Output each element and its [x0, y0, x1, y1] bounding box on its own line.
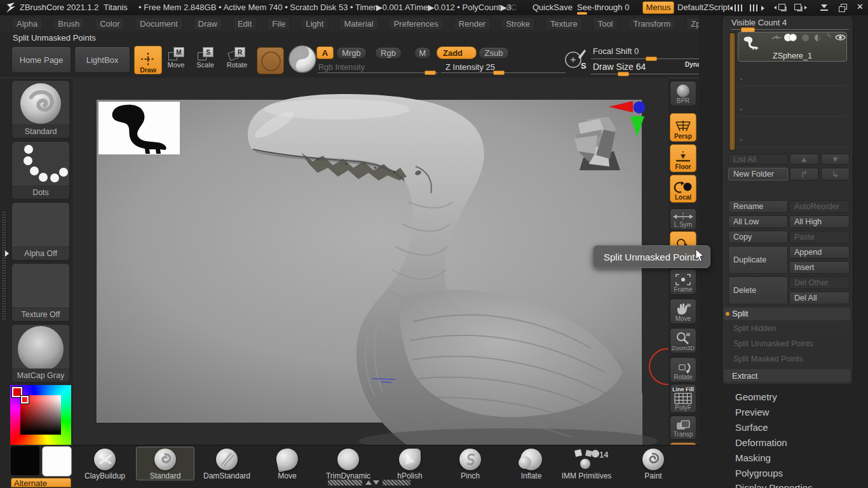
stroke-selector-dots[interactable]: Dots [11, 141, 70, 200]
expand-right-tray-icon[interactable] [750, 4, 765, 11]
alpha-selector[interactable]: Alpha Off [11, 202, 70, 261]
split-masked-points-button[interactable]: Split Masked Points [728, 353, 849, 365]
tray-brush-claybuildup[interactable]: ClayBuildup [76, 447, 134, 480]
new-folder-button[interactable]: New Folder [728, 168, 788, 180]
menu-light[interactable]: Light [301, 17, 329, 30]
subtool-up-button[interactable]: ▲ [790, 154, 818, 165]
move-mode-button[interactable]: M Move [163, 46, 189, 74]
subtool-row-dot[interactable] [740, 139, 742, 141]
material-selector-matcap-gray[interactable]: MatCap Gray [11, 324, 70, 383]
insert-button[interactable]: Insert [789, 261, 850, 274]
menus-button[interactable]: Menus [642, 1, 674, 14]
tray-scroll-up-icon[interactable] [365, 480, 372, 485]
menu-draw[interactable]: Draw [193, 17, 222, 30]
minimize-icon[interactable] [820, 4, 828, 11]
section-geometry[interactable]: Geometry [735, 391, 777, 402]
section-masking[interactable]: Masking [735, 452, 771, 463]
menu-brush[interactable]: Brush [53, 17, 85, 30]
menu-material[interactable]: Material [339, 17, 378, 30]
subtool-row-dot[interactable] [740, 109, 742, 111]
dock-right-icon[interactable] [793, 3, 807, 12]
paste-button[interactable]: Paste [789, 231, 850, 243]
frame-button[interactable]: Frame [670, 269, 696, 295]
collapse-left-tray-icon[interactable] [729, 4, 745, 11]
split-section-header[interactable]: Split [724, 308, 850, 320]
move-camera-button[interactable]: Move [670, 299, 696, 324]
menu-alpha[interactable]: Alpha [11, 17, 43, 30]
focal-shift-track[interactable] [591, 58, 699, 59]
tray-brush-imm-primitives[interactable]: 14 IMM Primitives [557, 447, 616, 480]
section-surface[interactable]: Surface [735, 422, 768, 433]
draw-mode-button[interactable]: Draw [134, 46, 162, 74]
floor-toggle[interactable]: Floor [670, 144, 696, 172]
mrgb-toggle[interactable]: Mrgb [336, 47, 367, 59]
color-picker[interactable] [10, 385, 71, 445]
split-unmasked-points-button[interactable]: Split Unmasked Points [728, 338, 849, 349]
see-through-slider-handle[interactable] [577, 12, 587, 15]
tray-brush-pinch[interactable]: Pinch [441, 447, 499, 480]
tray-brush-move[interactable]: Move [258, 447, 316, 480]
see-through-slider[interactable]: See-through 0 [577, 3, 629, 12]
copy-button[interactable]: Copy [728, 231, 788, 243]
subtool-flick-icon[interactable] [771, 35, 782, 41]
displacement-icon[interactable] [815, 34, 822, 41]
all-high-button[interactable]: All High [789, 215, 850, 228]
subtool-row-dot[interactable] [740, 78, 742, 80]
tray-brush-inflate[interactable]: Inflate [502, 447, 560, 480]
primary-color-swatch[interactable] [42, 446, 72, 477]
rgb-toggle[interactable]: Rgb [375, 47, 402, 59]
uv-icon[interactable] [802, 34, 809, 41]
zadd-toggle[interactable]: Zadd [437, 46, 477, 59]
delete-button[interactable]: Delete [728, 276, 788, 304]
menu-stroke[interactable]: Stroke [501, 17, 535, 30]
tray-brush-damstandard[interactable]: DamStandard [198, 447, 256, 480]
lightbox-button[interactable]: LightBox [74, 46, 130, 73]
visibility-eye-icon[interactable] [835, 34, 846, 41]
persp-toggle[interactable]: Persp [670, 113, 696, 142]
texture-selector[interactable]: Texture Off [11, 263, 70, 322]
menu-color[interactable]: Color [95, 17, 125, 30]
bpr-render-button[interactable]: BPR [670, 81, 696, 106]
subtool-item-active[interactable]: ✎ ZSphere_1 [738, 32, 847, 62]
default-zscript-button[interactable]: DefaultZScript [677, 3, 729, 12]
rename-button[interactable]: Rename [728, 200, 788, 213]
draw-size-track[interactable] [591, 74, 699, 74]
draw-size-handle[interactable] [618, 72, 629, 76]
restore-icon[interactable] [839, 4, 846, 11]
menu-transform[interactable]: Transform [628, 17, 676, 30]
duplicate-button[interactable]: Duplicate [728, 246, 788, 274]
section-deformation[interactable]: Deformation [735, 437, 787, 448]
brush-selector-standard[interactable]: Standard [11, 80, 70, 139]
section-display-properties[interactable]: Display Properties [735, 482, 813, 488]
folder-move-down-button[interactable]: ↳ [821, 168, 850, 180]
tray-brush-paint[interactable]: Paint [624, 447, 682, 480]
scale-mode-button[interactable]: S Scale [192, 46, 219, 74]
secondary-color-swatch[interactable] [11, 446, 39, 475]
tray-brush-standard[interactable]: Standard [136, 447, 194, 480]
tray-brush-trimdynamic[interactable]: TrimDynamic [319, 447, 377, 480]
menu-edit[interactable]: Edit [233, 17, 257, 30]
polypaint-icon-2[interactable] [789, 34, 797, 41]
pencil-icon[interactable]: ✎ [826, 32, 832, 40]
del-all-button[interactable]: Del All [789, 292, 850, 304]
list-all-button[interactable]: List All [728, 154, 788, 165]
append-button[interactable]: Append [789, 246, 850, 259]
menu-document[interactable]: Document [135, 17, 182, 30]
current-brush-preview[interactable] [257, 47, 284, 74]
close-icon[interactable]: ✕ [857, 2, 864, 11]
menu-tool[interactable]: Tool [593, 17, 618, 30]
split-hidden-button[interactable]: Split Hidden [728, 323, 849, 334]
sv-selector[interactable] [21, 396, 29, 403]
section-polygroups[interactable]: Polygroups [735, 468, 783, 478]
polyframe-button[interactable]: Line Fill PolyF [670, 384, 696, 413]
rgb-intensity-handle[interactable] [424, 71, 436, 75]
extract-button[interactable]: Extract [724, 369, 850, 382]
focal-shift-handle[interactable] [646, 57, 657, 61]
zoom3d-button[interactable]: Zoom3D [670, 328, 696, 353]
subtool-down-button[interactable]: ▼ [821, 154, 850, 165]
local-symmetry-toggle[interactable]: L.Sym [670, 208, 696, 230]
home-page-button[interactable]: Home Page [11, 46, 71, 73]
tray-brush-hpolish[interactable]: hPolish [381, 447, 439, 480]
del-other-button[interactable]: Del Other [789, 276, 850, 289]
menu-render[interactable]: Render [454, 17, 491, 30]
